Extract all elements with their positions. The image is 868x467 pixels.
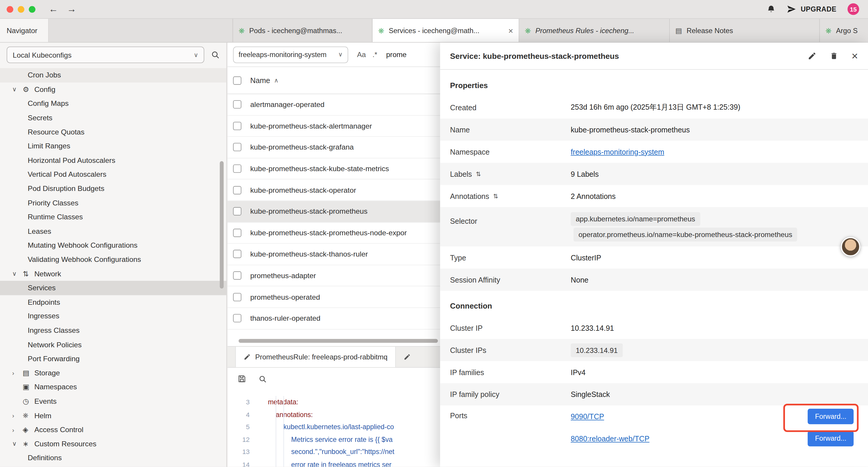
close-tab-icon[interactable]: × (505, 26, 513, 35)
expander-icon[interactable]: ⇅ (493, 193, 498, 200)
maximize-window-button[interactable] (29, 6, 35, 12)
namespace-filter-select[interactable]: freeleaps-monitoring-system ∨ (233, 46, 348, 63)
tab-strip: ⎈Pods - icecheng@mathmas...⎈Services - i… (232, 19, 868, 42)
selector-chip: operator.prometheus.io/name=kube-prometh… (574, 228, 797, 241)
service-name: thanos-ruler-operated (250, 314, 320, 322)
drawer-header: Service: kube-prometheus-stack-prometheu… (440, 42, 868, 70)
sidebar-item-ingresses[interactable]: Ingresses (0, 309, 226, 323)
chevron-down-icon[interactable]: ∨ (12, 86, 23, 93)
minimize-window-button[interactable] (18, 6, 24, 12)
row-checkbox[interactable] (233, 100, 241, 109)
row-checkbox[interactable] (233, 314, 241, 322)
editor-tab-partial[interactable] (396, 347, 418, 367)
editor-tab-prometheusrule[interactable]: PrometheusRule: freeleaps-prod-rabbitmq (235, 347, 396, 367)
sidebar-item-limit-ranges[interactable]: Limit Ranges (0, 139, 226, 153)
notification-badge[interactable]: 15 (848, 3, 859, 15)
chevron-down-icon[interactable]: ∨ (12, 270, 23, 277)
sidebar-item-runtime-classes[interactable]: Runtime Classes (0, 210, 226, 224)
row-checkbox[interactable] (233, 293, 241, 301)
row-checkbox[interactable] (233, 165, 241, 173)
paper-plane-icon (787, 4, 796, 14)
sidebar-item-label: Mutating Webhook Configurations (28, 241, 138, 250)
regex-toggle[interactable]: .* (373, 51, 377, 59)
tab-pods-icecheng-mathmas[interactable]: ⎈Pods - icecheng@mathmas... (233, 19, 373, 42)
sort-asc-icon[interactable]: ∧ (274, 77, 279, 84)
properties-heading: Properties (440, 70, 868, 96)
sidebar-item-cron-jobs[interactable]: Cron Jobs (0, 68, 226, 82)
row-checkbox[interactable] (233, 229, 241, 237)
tab-release-notes[interactable]: ▤Release Notes (670, 19, 820, 42)
match-case-toggle[interactable]: Aa (357, 51, 366, 59)
sidebar-item-storage[interactable]: ›▤Storage (0, 366, 226, 380)
close-window-button[interactable] (6, 6, 13, 12)
select-all-checkbox[interactable] (233, 76, 241, 85)
expander-icon[interactable]: ⇅ (476, 170, 481, 177)
sidebar-item-secrets[interactable]: Secrets (0, 111, 226, 125)
sidebar-item-vertical-pod-autoscalers[interactable]: Vertical Pod Autoscalers (0, 167, 226, 181)
forward-button[interactable]: Forward... (808, 409, 854, 424)
sidebar-item-helm[interactable]: ›⎈Helm (0, 408, 226, 422)
sidebar-item-network[interactable]: ∨⇅Network (0, 267, 226, 281)
kubeconfig-select[interactable]: Local Kubeconfigs ∨ (6, 47, 204, 63)
sidebar-item-access-control[interactable]: ›◈Access Control (0, 422, 226, 437)
detail-value: 9 Labels (571, 170, 599, 178)
tab-argo-s[interactable]: ⎈Argo S (820, 19, 868, 42)
sidebar-item-events[interactable]: ◷Events (0, 394, 226, 408)
close-drawer-button[interactable]: × (851, 51, 858, 61)
port-link[interactable]: 9090/TCP (571, 412, 604, 420)
upgrade-button[interactable]: UPGRADE (787, 4, 836, 14)
navigator-tab[interactable]: Navigator (0, 19, 49, 42)
row-checkbox[interactable] (233, 186, 241, 194)
chevron-right-icon[interactable]: › (12, 370, 23, 376)
delete-button[interactable] (830, 52, 838, 60)
row-checkbox[interactable] (233, 143, 241, 151)
save-button[interactable] (238, 375, 246, 383)
sidebar-scrollbar[interactable] (220, 161, 224, 289)
editor-search-button[interactable] (258, 375, 267, 383)
sidebar-item-leases[interactable]: Leases (0, 224, 226, 238)
sidebar-item-namespaces[interactable]: ▣Namespaces (0, 380, 226, 394)
sidebar-item-definitions[interactable]: Definitions (0, 451, 226, 465)
assistant-avatar[interactable] (841, 237, 860, 257)
namespace-link[interactable]: freeleaps-monitoring-system (571, 147, 664, 156)
chevron-right-icon[interactable]: › (12, 426, 23, 433)
sidebar-item-validating-webhook-configurations[interactable]: Validating Webhook Configurations (0, 253, 226, 267)
sidebar-item-config-maps[interactable]: Config Maps (0, 96, 226, 111)
notifications-bell-icon[interactable] (767, 5, 776, 13)
search-query-input[interactable]: prome (386, 51, 406, 59)
row-checkbox[interactable] (233, 207, 241, 215)
line-number: 14 (227, 461, 256, 467)
port-link[interactable]: 8080:reloader-web/TCP (571, 435, 649, 443)
chevron-right-icon[interactable]: › (12, 412, 23, 418)
edit-button[interactable] (808, 52, 816, 60)
namespace-filter-value: freeleaps-monitoring-system (239, 51, 327, 58)
tab-services-icecheng-math[interactable]: ⎈Services - icecheng@math...× (373, 19, 519, 42)
sidebar-search-button[interactable] (211, 51, 220, 59)
sidebar-item-ingress-classes[interactable]: Ingress Classes (0, 323, 226, 338)
row-checkbox[interactable] (233, 250, 241, 258)
chevron-down-icon[interactable]: ∨ (12, 440, 23, 447)
detail-row-ip-family-policy: IP family policySingleStack (440, 383, 868, 406)
list-horizontal-scrollbar[interactable] (239, 339, 438, 343)
sidebar-item-priority-classes[interactable]: Priority Classes (0, 196, 226, 210)
sidebar-item-custom-resources[interactable]: ∨∗Custom Resources (0, 437, 226, 451)
forward-button[interactable]: Forward... (808, 431, 854, 446)
sidebar-item-mutating-webhook-configurations[interactable]: Mutating Webhook Configurations (0, 238, 226, 253)
sidebar-item-config[interactable]: ∨⚙Config (0, 82, 226, 96)
sidebar-item-port-forwarding[interactable]: Port Forwarding (0, 352, 226, 366)
sidebar-item-services[interactable]: Services (0, 281, 226, 295)
forward-button[interactable]: → (67, 4, 76, 14)
detail-label: Namespace (450, 147, 490, 156)
sidebar-item-pod-disruption-budgets[interactable]: Pod Disruption Budgets (0, 181, 226, 196)
sidebar-item-horizontal-pod-autoscalers[interactable]: Horizontal Pod Autoscalers (0, 153, 226, 167)
back-button[interactable]: ← (49, 4, 58, 14)
row-checkbox[interactable] (233, 271, 241, 280)
tab-prometheus-rules-icecheng[interactable]: ⎈Prometheus Rules - icecheng... (519, 19, 670, 42)
row-checkbox[interactable] (233, 122, 241, 130)
detail-row-cluster-ip: Cluster IP10.233.14.91 (440, 317, 868, 339)
sidebar-item-resource-quotas[interactable]: Resource Quotas (0, 125, 226, 139)
navigator-tab-label: Navigator (6, 26, 37, 35)
sidebar-item-network-policies[interactable]: Network Policies (0, 338, 226, 352)
sidebar-item-endpoints[interactable]: Endpoints (0, 295, 226, 309)
name-column-header[interactable]: Name (250, 76, 270, 85)
